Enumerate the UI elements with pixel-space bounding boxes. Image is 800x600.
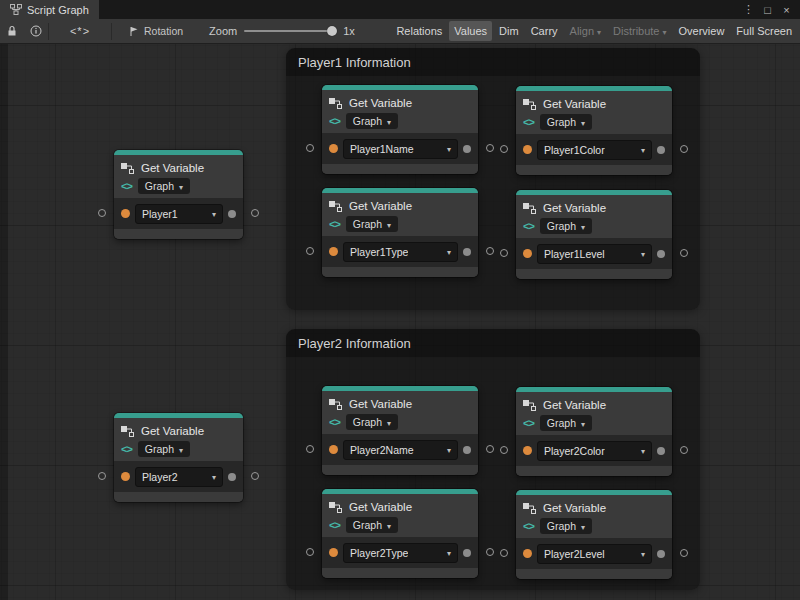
chevron-down-icon: ▾ (641, 550, 645, 559)
node-get-variable-player1[interactable]: Get Variable<>Graph▾Player1▾ (114, 150, 243, 239)
node-subheader: <>Graph▾ (322, 412, 478, 434)
value-indicator-dot (463, 446, 471, 454)
node-get-variable-player1name[interactable]: Get Variable<>Graph▾Player1Name▾ (322, 85, 478, 174)
input-port-dot[interactable] (121, 209, 130, 218)
tab-script-graph[interactable]: Script Graph (0, 0, 99, 19)
output-port[interactable] (680, 249, 688, 257)
node-header: Get Variable (114, 418, 243, 439)
input-port-dot[interactable] (523, 549, 532, 558)
variable-dropdown[interactable]: Player1Color▾ (537, 140, 652, 160)
value-indicator-dot (228, 473, 236, 481)
input-port[interactable] (500, 145, 508, 153)
window-menu-icon[interactable]: ⋮ (741, 3, 756, 16)
node-get-variable-player2[interactable]: Get Variable<>Graph▾Player2▾ (114, 413, 243, 502)
variable-dropdown[interactable]: Player1Type▾ (343, 242, 458, 262)
scope-dropdown[interactable]: Graph▾ (138, 441, 190, 457)
node-footer (322, 465, 478, 475)
variable-dropdown[interactable]: Player2Color▾ (537, 441, 652, 461)
output-port[interactable] (251, 209, 259, 217)
variable-dropdown[interactable]: Player1Name▾ (343, 139, 458, 159)
input-port-dot[interactable] (121, 472, 130, 481)
rotation-control[interactable]: Rotation (128, 25, 183, 37)
output-port[interactable] (486, 144, 494, 152)
scope-dropdown[interactable]: Graph▾ (138, 178, 190, 194)
input-port-dot[interactable] (523, 249, 532, 258)
scope-dropdown[interactable]: Graph▾ (346, 113, 398, 129)
scope-dropdown[interactable]: Graph▾ (540, 218, 592, 234)
input-port[interactable] (306, 548, 314, 556)
output-port[interactable] (680, 549, 688, 557)
input-port-dot[interactable] (523, 145, 532, 154)
input-port[interactable] (98, 472, 106, 480)
input-port-dot[interactable] (329, 548, 338, 557)
graph-kind-icon: <> (121, 443, 132, 455)
output-port[interactable] (486, 247, 494, 255)
input-port[interactable] (306, 247, 314, 255)
maximize-icon[interactable]: □ (760, 4, 775, 16)
node-get-variable-player2color[interactable]: Get Variable<>Graph▾Player2Color▾ (516, 387, 672, 476)
output-port[interactable] (680, 145, 688, 153)
node-get-variable-player2level[interactable]: Get Variable<>Graph▾Player2Level▾ (516, 490, 672, 579)
input-port[interactable] (500, 446, 508, 454)
zoom-slider-knob[interactable] (327, 26, 337, 36)
node-get-variable-player1type[interactable]: Get Variable<>Graph▾Player1Type▾ (322, 188, 478, 277)
toolbar-button-distribute[interactable]: Distribute▾ (608, 21, 671, 41)
chevron-down-icon: ▾ (581, 420, 585, 429)
input-port[interactable] (306, 144, 314, 152)
node-footer (114, 492, 243, 502)
toolbar-separator (111, 23, 112, 40)
node-body: Player1Type▾ (322, 236, 478, 267)
node-get-variable-player2type[interactable]: Get Variable<>Graph▾Player2Type▾ (322, 489, 478, 578)
button-label: Dim (499, 25, 519, 37)
input-port[interactable] (98, 209, 106, 217)
variable-dropdown[interactable]: Player2Name▾ (343, 440, 458, 460)
scope-dropdown[interactable]: Graph▾ (346, 517, 398, 533)
toolbar-button-values[interactable]: Values (449, 21, 492, 41)
edit-graph-button[interactable]: <*> (49, 19, 111, 44)
toolbar-button-relations[interactable]: Relations (391, 21, 447, 41)
toolbar-button-align[interactable]: Align▾ (565, 21, 606, 41)
node-subheader: <>Graph▾ (322, 214, 478, 236)
variable-dropdown[interactable]: Player2▾ (135, 467, 223, 487)
node-get-variable-player1color[interactable]: Get Variable<>Graph▾Player1Color▾ (516, 86, 672, 175)
scope-dropdown[interactable]: Graph▾ (540, 415, 592, 431)
node-get-variable-player1level[interactable]: Get Variable<>Graph▾Player1Level▾ (516, 190, 672, 279)
chevron-down-icon: ▾ (641, 447, 645, 456)
input-port[interactable] (306, 445, 314, 453)
input-port-dot[interactable] (329, 445, 338, 454)
variable-dropdown[interactable]: Player2Level▾ (537, 544, 652, 564)
scope-dropdown[interactable]: Graph▾ (346, 216, 398, 232)
output-port[interactable] (251, 472, 259, 480)
button-label: Relations (396, 25, 442, 37)
scope-dropdown[interactable]: Graph▾ (540, 518, 592, 534)
output-port[interactable] (486, 445, 494, 453)
scope-dropdown[interactable]: Graph▾ (346, 414, 398, 430)
input-port-dot[interactable] (523, 446, 532, 455)
output-port[interactable] (486, 548, 494, 556)
toolbar-button-full-screen[interactable]: Full Screen (731, 21, 797, 41)
toolbar-button-carry[interactable]: Carry (526, 21, 563, 41)
close-icon[interactable]: × (779, 4, 794, 16)
input-port-dot[interactable] (329, 144, 338, 153)
variable-dropdown[interactable]: Player1▾ (135, 204, 223, 224)
node-get-variable-player2name[interactable]: Get Variable<>Graph▾Player2Name▾ (322, 386, 478, 475)
toolbar-button-overview[interactable]: Overview (674, 21, 730, 41)
variable-dropdown[interactable]: Player1Level▾ (537, 244, 652, 264)
input-port[interactable] (500, 549, 508, 557)
input-port-dot[interactable] (329, 247, 338, 256)
info-button[interactable] (24, 19, 48, 44)
node-title: Get Variable (349, 200, 412, 212)
variable-dropdown[interactable]: Player2Type▾ (343, 543, 458, 563)
lock-button[interactable] (0, 19, 24, 44)
toolbar-button-dim[interactable]: Dim (494, 21, 524, 41)
output-port[interactable] (680, 446, 688, 454)
node-title: Get Variable (543, 98, 606, 110)
zoom-slider[interactable] (244, 30, 336, 32)
get-variable-unit-icon (523, 502, 537, 514)
node-footer (114, 229, 243, 239)
scope-dropdown[interactable]: Graph▾ (540, 114, 592, 130)
graph-canvas[interactable]: Player1 InformationPlayer2 InformationGe… (0, 44, 800, 600)
scope-label: Graph (547, 520, 576, 532)
input-port[interactable] (500, 249, 508, 257)
scope-label: Graph (547, 417, 576, 429)
